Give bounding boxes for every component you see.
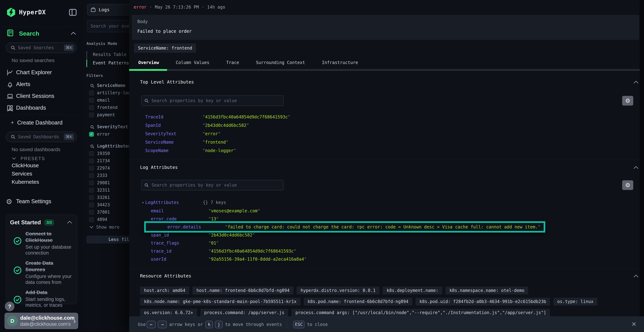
top-level-search-input[interactable] bbox=[151, 98, 281, 104]
tab[interactable]: Overview bbox=[138, 60, 159, 65]
resource-attribute-badge[interactable]: k8s.node.name: gke-pme-k8s-standard-main… bbox=[140, 298, 300, 306]
checkbox[interactable]: ✓ bbox=[89, 166, 94, 171]
attribute-value[interactable]: vmoses@example.com bbox=[208, 208, 260, 214]
resource-attribute-badge[interactable]: k8s.pod.uid: f284fb2d-a0b3-4634-991b-e2c… bbox=[416, 298, 550, 306]
attribute-value[interactable]: 13 bbox=[208, 216, 219, 222]
checkbox[interactable]: ✓ bbox=[89, 180, 94, 185]
tab[interactable]: Column Values bbox=[176, 60, 210, 65]
checkbox[interactable]: ✓ bbox=[89, 112, 94, 117]
sidebar-item-search[interactable]: Search bbox=[0, 27, 83, 38]
presets-toggle[interactable]: PRESETS bbox=[12, 156, 45, 161]
checkbox[interactable]: ✓ bbox=[89, 98, 94, 103]
sidebar-item-alerts[interactable]: Alerts bbox=[0, 78, 83, 90]
resource-attribute-badge[interactable]: host.name: frontend-6b6c8d7bfd-ng894 bbox=[192, 286, 294, 294]
tab[interactable]: Surrounding Context bbox=[256, 60, 305, 65]
checkbox[interactable]: ✓ bbox=[89, 132, 94, 137]
attribute-key[interactable]: userId bbox=[151, 257, 208, 262]
attribute-value[interactable]: node-logger bbox=[202, 148, 236, 153]
sidebar-item-dashboards[interactable]: Dashboards bbox=[0, 102, 83, 114]
attribute-key[interactable]: SpanId bbox=[145, 123, 202, 128]
attribute-key[interactable]: TraceId bbox=[145, 114, 202, 120]
attribute-value[interactable]: error bbox=[202, 131, 220, 136]
get-started-item[interactable]: Create Data Sources Configure where your… bbox=[10, 260, 74, 285]
attribute-key[interactable]: span_id bbox=[151, 232, 208, 238]
attribute-key[interactable]: SeverityText bbox=[145, 131, 202, 136]
preset-dashboard-item[interactable]: Services bbox=[12, 171, 39, 179]
attribute-value[interactable]: frontend bbox=[202, 140, 228, 145]
attribute-value[interactable]: 2b43d0c4dd6bc582 bbox=[202, 123, 249, 128]
event-search-input[interactable] bbox=[90, 24, 133, 29]
attribute-value[interactable]: 92a55156-39a4-11f0-8ddd-a2eca416a8a4 bbox=[208, 257, 306, 262]
preset-dashboard-item[interactable]: Kubernetes bbox=[12, 179, 39, 187]
chevron-up-icon[interactable] bbox=[66, 220, 73, 224]
sidebar-item-team-settings[interactable]: ⚙ Team Settings bbox=[0, 196, 83, 207]
show-more-button[interactable]: Show more bbox=[89, 225, 120, 230]
checkbox[interactable]: ✓ bbox=[89, 210, 94, 215]
log-attributes-settings-button[interactable]: ⚙ bbox=[622, 180, 633, 190]
chevron-up-icon[interactable] bbox=[70, 31, 76, 36]
event-search-box[interactable] bbox=[87, 20, 136, 32]
top-level-settings-button[interactable]: ⚙ bbox=[622, 96, 633, 106]
preset-dashboard-item[interactable]: ClickHouse bbox=[12, 162, 39, 171]
checkbox[interactable]: ✓ bbox=[89, 202, 94, 207]
attribute-value[interactable]: 2b43d0c4dd6bc582 bbox=[208, 232, 255, 238]
tab[interactable]: Trace bbox=[226, 60, 239, 65]
log-attributes-tree-root[interactable]: ▾ LogAttributes {} 7 keys bbox=[129, 199, 226, 206]
sidebar-item-chart-explorer[interactable]: Chart Explorer bbox=[0, 67, 83, 78]
resource-attribute-badge[interactable]: k8s.namespace.name: otel-demo bbox=[446, 286, 528, 294]
attribute-key[interactable]: error.details bbox=[168, 224, 225, 230]
checkbox[interactable]: ✓ bbox=[89, 217, 94, 222]
attribute-key[interactable]: ScopeName bbox=[145, 148, 202, 153]
collapse-sidebar-icon[interactable] bbox=[68, 8, 77, 17]
get-started-item[interactable]: Connect to ClickHouse Set up your databa… bbox=[10, 230, 74, 256]
attribute-key[interactable]: trace_id bbox=[151, 249, 208, 254]
checkbox[interactable]: ✓ bbox=[89, 105, 94, 110]
saved-dashboards-field[interactable] bbox=[18, 134, 64, 140]
attribute-value[interactable]: 4156d3fbc40a64854d9dc7f68641593c bbox=[208, 249, 296, 254]
tree-root-key[interactable]: LogAttributes bbox=[145, 200, 203, 205]
resource-attribute-badge[interactable]: host.arch: amd64 bbox=[140, 286, 189, 294]
resource-attribute-badge[interactable]: process.command: /app/server.js bbox=[200, 309, 288, 316]
attribute-value[interactable]: failed to charge card: could not charge … bbox=[225, 224, 540, 230]
checkbox[interactable]: ✓ bbox=[89, 195, 94, 200]
service-name-chip[interactable]: ServiceName: frontend bbox=[134, 44, 196, 53]
disclosure-triangle-icon[interactable]: ▾ bbox=[142, 200, 145, 205]
checkbox[interactable]: ✓ bbox=[89, 158, 94, 163]
resource-attribute-badge[interactable]: hyperdx.distro.version: 0.8.1 bbox=[296, 286, 380, 294]
log-attributes-search-box[interactable] bbox=[141, 180, 284, 190]
resource-attribute-badge[interactable]: os.type: linux bbox=[553, 298, 597, 306]
get-started-header[interactable]: Get Started 3/3 bbox=[10, 219, 54, 226]
checkbox[interactable]: ✓ bbox=[89, 173, 94, 178]
attribute-key[interactable]: email bbox=[151, 208, 208, 214]
attribute-key[interactable]: trace_flags bbox=[151, 240, 208, 246]
resource-attribute-badge[interactable]: process.command args: ["/usr/local/bin/n… bbox=[292, 309, 550, 316]
resource-attribute-badge[interactable]: k8s.deployment.name: bbox=[383, 286, 442, 294]
source-selector-button[interactable]: Logs bbox=[87, 4, 136, 16]
sidebar-item-client-sessions[interactable]: Client Sessions bbox=[0, 90, 83, 102]
checkbox[interactable]: ✓ bbox=[89, 90, 94, 95]
get-started-text: Add Data Start sending logs, metrics, or… bbox=[26, 289, 73, 308]
checkbox[interactable]: ✓ bbox=[89, 188, 94, 193]
help-button[interactable]: ? bbox=[5, 302, 14, 311]
checkbox[interactable]: ✓ bbox=[89, 151, 94, 156]
attribute-key[interactable]: error.code bbox=[151, 216, 208, 222]
log-attributes-search-input[interactable] bbox=[151, 182, 281, 188]
attribute-value[interactable]: 4156d3fbc40a64854d9dc7f68641593c bbox=[202, 114, 290, 120]
resource-attribute-badge[interactable]: k8s.pod.name: frontend-6b6c8d7bfd-ng894 bbox=[304, 298, 412, 306]
chevron-up-icon[interactable] bbox=[633, 274, 639, 278]
tab[interactable]: Infrastructure bbox=[322, 60, 358, 65]
saved-searches-field[interactable] bbox=[18, 45, 64, 50]
top-level-search-box[interactable] bbox=[141, 96, 284, 106]
get-started-item[interactable]: Add Data Start sending logs, metrics, or… bbox=[10, 289, 74, 311]
resource-attribute-badge[interactable]: os.version: 6.6.72+ bbox=[140, 309, 197, 316]
attribute-key[interactable]: ServiceName bbox=[145, 140, 202, 145]
user-menu[interactable]: D dale@clickhouse.com dale@clickhouse.co… bbox=[4, 313, 78, 329]
create-dashboard-button[interactable]: +Create Dashboard bbox=[11, 120, 62, 126]
saved-searches-input[interactable]: ⌘K bbox=[6, 42, 77, 53]
chevron-up-icon[interactable] bbox=[6, 106, 14, 114]
close-icon[interactable]: ✕ bbox=[632, 320, 637, 328]
chevron-up-icon[interactable] bbox=[633, 166, 639, 170]
saved-dashboards-input[interactable]: ⌘K bbox=[6, 132, 77, 142]
attribute-value[interactable]: 01 bbox=[208, 240, 219, 246]
chevron-up-icon[interactable] bbox=[633, 80, 639, 84]
